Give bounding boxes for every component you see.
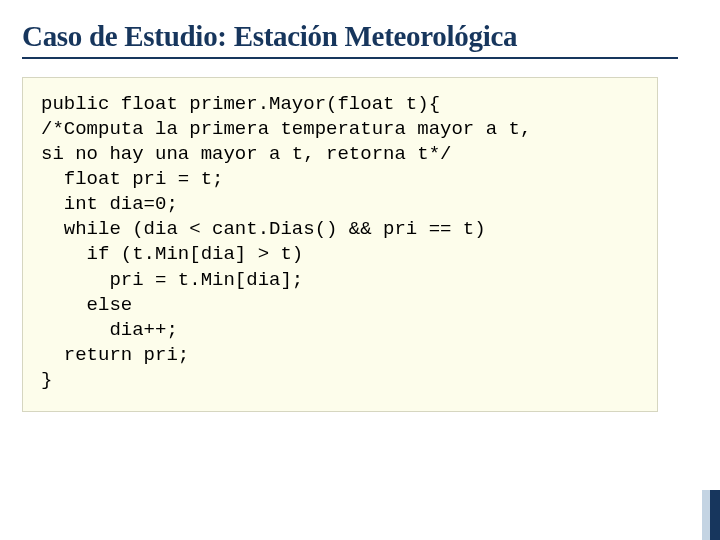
code-line: dia++; [41,319,178,341]
code-line: return pri; [41,344,189,366]
code-line: float pri = t; [41,168,223,190]
code-line: else [41,294,132,316]
accent-bar [692,490,720,540]
code-line: } [41,369,52,391]
slide-container: Caso de Estudio: Estación Meteorológica … [0,0,720,540]
slide-title: Caso de Estudio: Estación Meteorológica [22,20,698,53]
code-line: /*Computa la primera temperatura mayor a… [41,118,531,140]
title-underline [22,57,678,59]
code-line: pri = t.Min[dia]; [41,269,303,291]
code-line: public float primer.Mayor(float t){ [41,93,440,115]
code-line: si no hay una mayor a t, retorna t*/ [41,143,451,165]
code-line: int dia=0; [41,193,178,215]
code-line: if (t.Min[dia] > t) [41,243,303,265]
code-line: while (dia < cant.Dias() && pri == t) [41,218,486,240]
accent-bar-light [702,490,710,540]
code-block: public float primer.Mayor(float t){ /*Co… [41,92,639,393]
code-panel: public float primer.Mayor(float t){ /*Co… [22,77,658,412]
accent-bar-dark [710,490,720,540]
